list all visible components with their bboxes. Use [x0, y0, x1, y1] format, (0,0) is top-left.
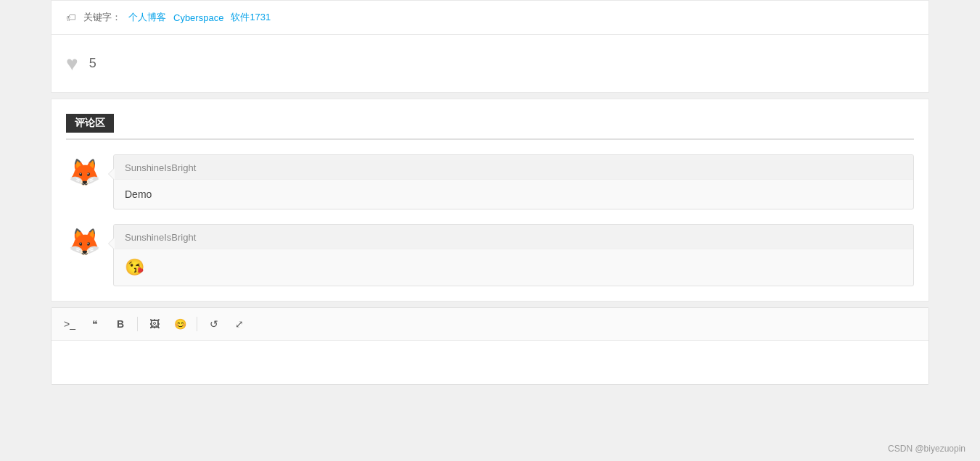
keyword-tag-cyberspace[interactable]: Cyberspace [173, 12, 223, 23]
keyword-tag-software[interactable]: 软件1731 [231, 11, 271, 24]
editor-toolbar: >_ ❝ B 🖼 😊 ↺ ⤢ [52, 308, 928, 341]
comment-content-1: Demo [114, 180, 913, 209]
keywords-label: 关键字： [83, 11, 121, 24]
avatar-2: 🦊 [66, 224, 102, 260]
comment-content-2: 😘 [114, 249, 913, 286]
avatar-fox-icon-1: 🦊 [66, 154, 102, 191]
watermark: CSDN @biyezuopin [888, 444, 965, 454]
comment-item-1: 🦊 SunshineIsBright Demo [66, 154, 914, 209]
comments-header: 评论区 [66, 114, 914, 140]
editor-body[interactable] [52, 341, 928, 384]
keyword-tag-personal[interactable]: 个人博客 [128, 11, 166, 24]
toolbar-separator-2 [197, 317, 197, 331]
keywords-section: 🏷 关键字： 个人博客 Cyberspace 软件1731 [51, 0, 929, 35]
toolbar-quote-btn[interactable]: ❝ [84, 314, 106, 334]
comments-title: 评论区 [66, 114, 114, 133]
comment-emoji: 😘 [125, 258, 144, 276]
toolbar-separator-1 [137, 317, 138, 331]
page-wrapper: 🏷 关键字： 个人博客 Cyberspace 软件1731 ♥ 5 评论区 🦊 … [0, 0, 980, 461]
avatar-1: 🦊 [66, 154, 102, 191]
comment-author-2: SunshineIsBright [114, 225, 913, 249]
toolbar-bold-btn[interactable]: B [110, 314, 131, 334]
comments-section: 评论区 🦊 SunshineIsBright Demo 🦊 SunshineIs… [51, 99, 929, 302]
like-button[interactable]: ♥ [66, 52, 78, 75]
like-section: ♥ 5 [51, 35, 929, 93]
comment-bubble-1: SunshineIsBright Demo [113, 154, 914, 209]
editor-section: >_ ❝ B 🖼 😊 ↺ ⤢ [51, 307, 929, 385]
like-count: 5 [89, 56, 96, 71]
avatar-fox-icon-2: 🦊 [66, 224, 102, 260]
comment-item-2: 🦊 SunshineIsBright 😘 [66, 224, 914, 286]
toolbar-fullscreen-btn[interactable]: ⤢ [228, 314, 250, 334]
toolbar-code-btn[interactable]: >_ [59, 314, 81, 334]
comment-author-1: SunshineIsBright [114, 155, 913, 180]
tag-icon: 🏷 [66, 12, 76, 23]
toolbar-undo-btn[interactable]: ↺ [203, 314, 225, 334]
toolbar-image-btn[interactable]: 🖼 [144, 314, 165, 334]
comment-bubble-2: SunshineIsBright 😘 [113, 224, 914, 286]
toolbar-emoji-btn[interactable]: 😊 [169, 314, 191, 334]
